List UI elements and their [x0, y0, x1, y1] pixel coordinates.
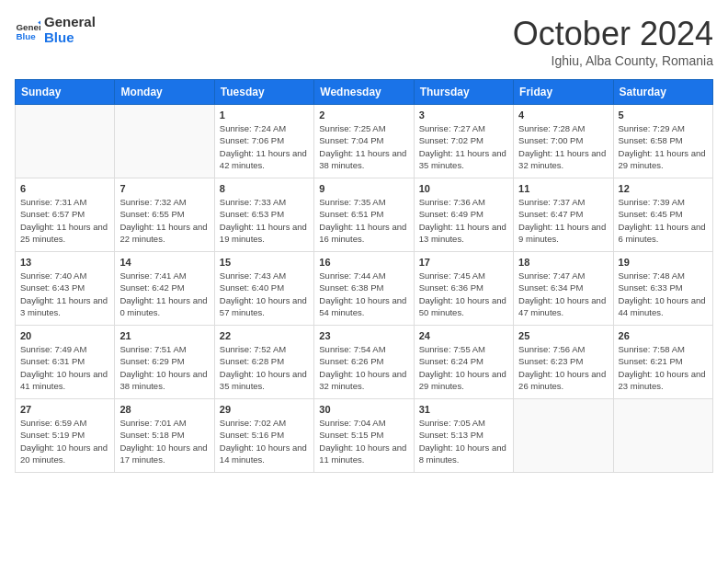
day-number: 19 [619, 257, 708, 268]
day-info: Sunrise: 7:49 AM Sunset: 6:31 PM Dayligh… [20, 343, 109, 392]
day-info: Sunrise: 7:37 AM Sunset: 6:47 PM Dayligh… [518, 196, 608, 245]
day-number: 26 [619, 330, 708, 341]
weekday-header-thursday: Thursday [414, 80, 513, 105]
calendar-cell [16, 105, 115, 178]
day-info: Sunrise: 7:01 AM Sunset: 5:18 PM Dayligh… [119, 417, 209, 465]
calendar-cell: 16Sunrise: 7:44 AM Sunset: 6:38 PM Dayli… [314, 252, 414, 326]
day-number: 11 [518, 183, 608, 194]
calendar-cell: 23Sunrise: 7:54 AM Sunset: 6:26 PM Dayli… [314, 326, 414, 399]
day-info: Sunrise: 7:52 AM Sunset: 6:28 PM Dayligh… [220, 343, 309, 392]
calendar-table: SundayMondayTuesdayWednesdayThursdayFrid… [15, 79, 713, 473]
calendar-week-row: 1Sunrise: 7:24 AM Sunset: 7:06 PM Daylig… [16, 105, 713, 178]
day-number: 6 [20, 183, 109, 194]
page-header: General Blue General Blue October 2024 I… [15, 15, 713, 68]
calendar-cell: 2Sunrise: 7:25 AM Sunset: 7:04 PM Daylig… [314, 105, 414, 178]
day-number: 3 [419, 109, 508, 121]
day-number: 8 [220, 183, 309, 194]
day-number: 18 [518, 257, 608, 268]
day-number: 14 [119, 257, 209, 268]
weekday-header-wednesday: Wednesday [314, 80, 414, 105]
day-number: 27 [20, 404, 109, 415]
calendar-cell: 31Sunrise: 7:05 AM Sunset: 5:13 PM Dayli… [414, 399, 513, 473]
day-info: Sunrise: 7:05 AM Sunset: 5:13 PM Dayligh… [419, 417, 508, 465]
calendar-cell: 12Sunrise: 7:39 AM Sunset: 6:45 PM Dayli… [613, 178, 712, 252]
day-info: Sunrise: 7:33 AM Sunset: 6:53 PM Dayligh… [220, 196, 309, 245]
calendar-body: 1Sunrise: 7:24 AM Sunset: 7:06 PM Daylig… [16, 105, 713, 473]
day-info: Sunrise: 7:48 AM Sunset: 6:33 PM Dayligh… [619, 270, 708, 318]
calendar-cell [115, 105, 214, 178]
day-info: Sunrise: 7:29 AM Sunset: 6:58 PM Dayligh… [619, 122, 708, 171]
day-info: Sunrise: 7:25 AM Sunset: 7:04 PM Dayligh… [319, 122, 408, 171]
calendar-cell: 3Sunrise: 7:27 AM Sunset: 7:02 PM Daylig… [414, 105, 513, 178]
calendar-cell: 20Sunrise: 7:49 AM Sunset: 6:31 PM Dayli… [16, 326, 115, 399]
day-number: 13 [20, 257, 109, 268]
day-number: 5 [619, 109, 708, 121]
calendar-cell: 10Sunrise: 7:36 AM Sunset: 6:49 PM Dayli… [414, 178, 513, 252]
weekday-header-saturday: Saturday [613, 80, 712, 105]
weekday-header-monday: Monday [115, 80, 214, 105]
calendar-cell: 8Sunrise: 7:33 AM Sunset: 6:53 PM Daylig… [214, 178, 313, 252]
day-number: 17 [419, 257, 508, 268]
weekday-header-friday: Friday [514, 80, 613, 105]
day-number: 7 [119, 183, 209, 194]
calendar-cell: 7Sunrise: 7:32 AM Sunset: 6:55 PM Daylig… [115, 178, 214, 252]
calendar-cell: 30Sunrise: 7:04 AM Sunset: 5:15 PM Dayli… [314, 399, 414, 473]
calendar-cell: 14Sunrise: 7:41 AM Sunset: 6:42 PM Dayli… [115, 252, 214, 326]
day-number: 1 [220, 109, 309, 121]
day-number: 31 [419, 404, 508, 415]
day-info: Sunrise: 6:59 AM Sunset: 5:19 PM Dayligh… [20, 417, 109, 465]
weekday-header-row: SundayMondayTuesdayWednesdayThursdayFrid… [16, 80, 713, 105]
svg-text:Blue: Blue [16, 30, 36, 40]
calendar-title: October 2024 [513, 15, 713, 53]
weekday-header-tuesday: Tuesday [214, 80, 313, 105]
calendar-cell: 17Sunrise: 7:45 AM Sunset: 6:36 PM Dayli… [414, 252, 513, 326]
day-info: Sunrise: 7:27 AM Sunset: 7:02 PM Dayligh… [419, 122, 508, 171]
day-number: 25 [518, 330, 608, 341]
day-number: 28 [119, 404, 209, 415]
day-info: Sunrise: 7:58 AM Sunset: 6:21 PM Dayligh… [619, 343, 708, 392]
day-number: 22 [220, 330, 309, 341]
weekday-header-sunday: Sunday [16, 80, 115, 105]
calendar-cell: 25Sunrise: 7:56 AM Sunset: 6:23 PM Dayli… [514, 326, 613, 399]
day-number: 4 [518, 109, 608, 121]
day-number: 29 [220, 404, 309, 415]
day-info: Sunrise: 7:51 AM Sunset: 6:29 PM Dayligh… [119, 343, 209, 392]
day-info: Sunrise: 7:39 AM Sunset: 6:45 PM Dayligh… [619, 196, 708, 245]
day-info: Sunrise: 7:02 AM Sunset: 5:16 PM Dayligh… [220, 417, 309, 465]
day-number: 2 [319, 109, 408, 121]
day-info: Sunrise: 7:32 AM Sunset: 6:55 PM Dayligh… [119, 196, 209, 245]
calendar-week-row: 6Sunrise: 7:31 AM Sunset: 6:57 PM Daylig… [16, 178, 713, 252]
calendar-cell: 4Sunrise: 7:28 AM Sunset: 7:00 PM Daylig… [514, 105, 613, 178]
calendar-cell: 11Sunrise: 7:37 AM Sunset: 6:47 PM Dayli… [514, 178, 613, 252]
day-info: Sunrise: 7:45 AM Sunset: 6:36 PM Dayligh… [419, 270, 508, 318]
calendar-cell: 24Sunrise: 7:55 AM Sunset: 6:24 PM Dayli… [414, 326, 513, 399]
day-number: 15 [220, 257, 309, 268]
day-number: 30 [319, 404, 408, 415]
logo: General Blue General Blue [15, 15, 96, 45]
day-info: Sunrise: 7:43 AM Sunset: 6:40 PM Dayligh… [220, 270, 309, 318]
calendar-cell: 15Sunrise: 7:43 AM Sunset: 6:40 PM Dayli… [214, 252, 313, 326]
day-info: Sunrise: 7:54 AM Sunset: 6:26 PM Dayligh… [319, 343, 408, 392]
calendar-cell: 9Sunrise: 7:35 AM Sunset: 6:51 PM Daylig… [314, 178, 414, 252]
calendar-cell: 21Sunrise: 7:51 AM Sunset: 6:29 PM Dayli… [115, 326, 214, 399]
day-number: 21 [119, 330, 209, 341]
calendar-cell: 29Sunrise: 7:02 AM Sunset: 5:16 PM Dayli… [214, 399, 313, 473]
day-info: Sunrise: 7:55 AM Sunset: 6:24 PM Dayligh… [419, 343, 508, 392]
calendar-cell: 27Sunrise: 6:59 AM Sunset: 5:19 PM Dayli… [16, 399, 115, 473]
day-info: Sunrise: 7:40 AM Sunset: 6:43 PM Dayligh… [20, 270, 109, 318]
calendar-cell: 6Sunrise: 7:31 AM Sunset: 6:57 PM Daylig… [16, 178, 115, 252]
calendar-cell [613, 399, 712, 473]
day-info: Sunrise: 7:24 AM Sunset: 7:06 PM Dayligh… [220, 122, 309, 171]
calendar-week-row: 27Sunrise: 6:59 AM Sunset: 5:19 PM Dayli… [16, 399, 713, 473]
day-info: Sunrise: 7:44 AM Sunset: 6:38 PM Dayligh… [319, 270, 408, 318]
calendar-cell: 19Sunrise: 7:48 AM Sunset: 6:33 PM Dayli… [613, 252, 712, 326]
calendar-cell: 18Sunrise: 7:47 AM Sunset: 6:34 PM Dayli… [514, 252, 613, 326]
logo-icon: General Blue [15, 17, 40, 43]
day-info: Sunrise: 7:41 AM Sunset: 6:42 PM Dayligh… [119, 270, 209, 318]
day-number: 12 [619, 183, 708, 194]
day-number: 20 [20, 330, 109, 341]
day-info: Sunrise: 7:47 AM Sunset: 6:34 PM Dayligh… [518, 270, 608, 318]
day-number: 16 [319, 257, 408, 268]
day-info: Sunrise: 7:56 AM Sunset: 6:23 PM Dayligh… [518, 343, 608, 392]
calendar-subtitle: Ighiu, Alba County, Romania [513, 53, 713, 68]
